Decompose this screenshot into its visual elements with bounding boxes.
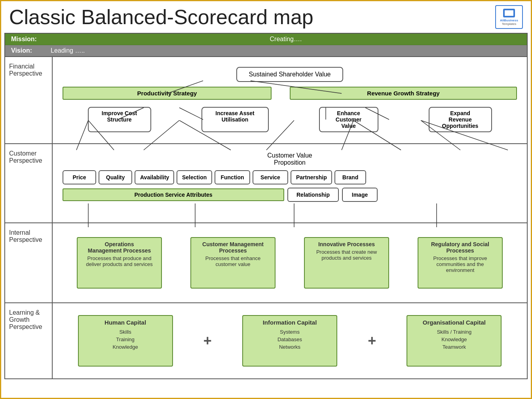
expand-revenue-box: ExpandRevenueOpportunities — [429, 107, 492, 132]
ops-management-box: OperationsManagement Processes Processes… — [77, 237, 162, 289]
enhance-customer-box: EnhanceCustomerValue — [319, 107, 378, 132]
improve-cost-box: Improve CostStructure — [88, 107, 151, 132]
learning-perspective-row: Learning &GrowthPerspective Human Capita… — [5, 303, 527, 378]
internal-perspective-row: InternalPerspective OperationsManagement… — [5, 223, 527, 303]
logo-text-line2: Templates — [502, 22, 516, 26]
logo-screen — [505, 10, 513, 16]
price-box: Price — [63, 170, 96, 184]
vision-label: Vision: — [11, 47, 51, 54]
internal-content: OperationsManagement Processes Processes… — [53, 223, 527, 302]
vision-row: Vision: Leading ….. — [5, 45, 527, 57]
mission-value: Creating…. — [51, 36, 521, 43]
innovative-desc: Processes that create new products and s… — [310, 249, 384, 261]
ops-desc: Processes that produce and deliver produ… — [82, 255, 156, 267]
regulatory-title: Regulatory and SocialProcesses — [423, 241, 497, 254]
ops-title: OperationsManagement Processes — [82, 241, 156, 254]
financial-content: Sustained Shareholder Value Productivity… — [53, 57, 527, 143]
org-skills: Skills / Training — [412, 329, 496, 335]
customer-perspective-row: CustomerPerspective Customer ValuePropos… — [5, 144, 527, 223]
info-databases: Databases — [248, 336, 332, 342]
function-box: Function — [215, 170, 250, 184]
production-service-bar: Production Service Attributes — [63, 188, 284, 201]
revenue-growth-strategy-label: Revenue Growth Strategy — [290, 87, 517, 100]
cust-mgmt-title: Customer ManagementProcesses — [196, 241, 270, 254]
innovative-title: Innovative Processes — [310, 241, 384, 247]
brand-box: Brand — [334, 170, 366, 184]
vision-value: Leading ….. — [51, 47, 85, 54]
human-capital-box: Human Capital Skills Training Knowledge — [78, 315, 173, 367]
plus-sign-2: + — [368, 332, 376, 349]
main-wrapper: Mission: Creating…. Vision: Leading ….. … — [4, 33, 528, 379]
financial-label: FinancialPerspective — [5, 57, 53, 143]
internal-label: InternalPerspective — [5, 223, 53, 302]
relationship-box: Relationship — [287, 188, 339, 202]
page-title: Classic Balanced-Scorecard map — [9, 5, 495, 29]
info-systems: Systems — [248, 329, 332, 335]
quality-box: Quality — [99, 170, 132, 184]
customer-label: CustomerPerspective — [5, 144, 53, 222]
information-capital-box: Information Capital Systems Databases Ne… — [242, 315, 337, 367]
organisational-capital-title: Organisational Capital — [412, 319, 496, 326]
cust-mgmt-box: Customer ManagementProcesses Processes t… — [190, 237, 276, 289]
innovative-box: Innovative Processes Processes that crea… — [304, 237, 389, 289]
logo-box: AllBusiness Templates — [495, 5, 523, 29]
customer-value-proposition: Customer ValueProposition — [267, 152, 312, 166]
human-capital-title: Human Capital — [84, 319, 167, 326]
info-networks: Networks — [248, 344, 332, 350]
regulatory-desc: Processes that improve communities and t… — [423, 255, 497, 273]
learning-content: Human Capital Skills Training Knowledge … — [53, 303, 527, 378]
image-box: Image — [342, 188, 378, 202]
logo-icon — [503, 9, 515, 17]
mission-row: Mission: Creating…. — [5, 34, 527, 45]
org-teamwork: Teamwork — [412, 344, 496, 350]
cust-mgmt-desc: Processes that enhance customer value — [196, 255, 270, 267]
partnership-box: Partnership — [291, 170, 332, 184]
learning-label: Learning &GrowthPerspective — [5, 303, 53, 378]
logo-text-line1: AllBusiness — [500, 19, 518, 22]
financial-perspective-row: FinancialPerspective Sustained Sharehold… — [5, 57, 527, 144]
mission-label: Mission: — [11, 36, 51, 43]
customer-content: Customer ValueProposition Price Quality … — [53, 144, 527, 222]
plus-sign-1: + — [203, 332, 212, 349]
sustained-shareholder-box: Sustained Shareholder Value — [236, 67, 344, 82]
information-capital-title: Information Capital — [248, 319, 332, 326]
productivity-strategy-label: Productivity Strategy — [63, 87, 272, 100]
selection-box: Selection — [177, 170, 212, 184]
increase-asset-box: Increase AssetUtilisation — [201, 107, 269, 132]
human-training: Training — [84, 336, 167, 342]
human-skills: Skills — [84, 329, 167, 335]
title-area: Classic Balanced-Scorecard map AllBusine… — [1, 1, 531, 33]
availability-box: Availability — [135, 170, 174, 184]
org-knowledge: Knowledge — [412, 336, 496, 342]
human-knowledge: Knowledge — [84, 344, 167, 350]
organisational-capital-box: Organisational Capital Skills / Training… — [407, 315, 502, 367]
regulatory-box: Regulatory and SocialProcesses Processes… — [418, 237, 503, 289]
service-box: Service — [253, 170, 288, 184]
